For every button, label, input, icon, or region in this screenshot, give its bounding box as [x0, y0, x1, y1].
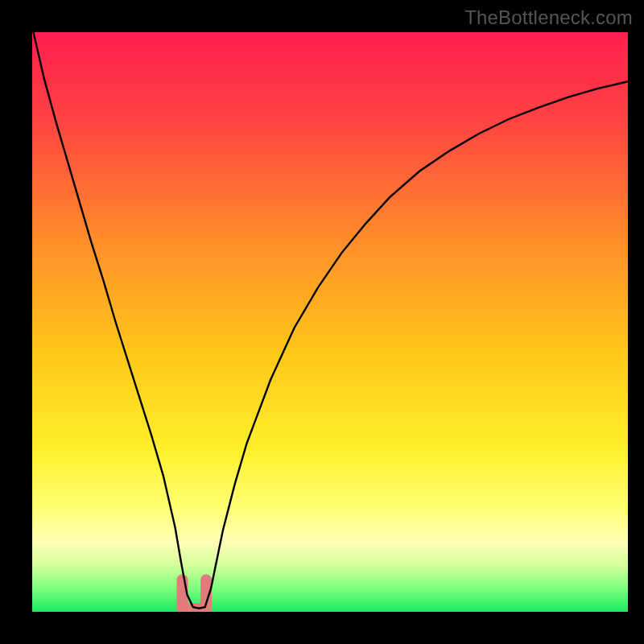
plot-area [32, 32, 628, 612]
attribution-text: TheBottleneck.com [464, 6, 633, 29]
chart-frame: TheBottleneck.com [0, 0, 644, 644]
gradient-background [32, 32, 628, 612]
bottleneck-chart [32, 32, 628, 612]
